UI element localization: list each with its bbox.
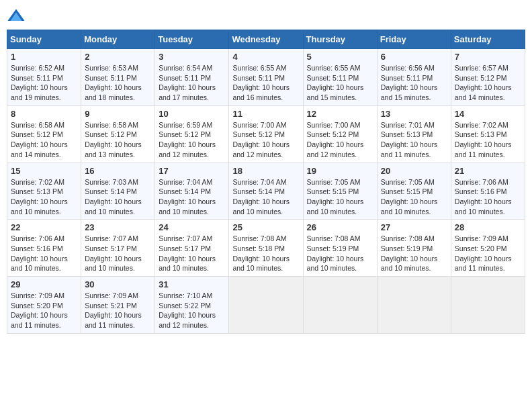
day-number: 15 [11, 166, 77, 176]
day-number: 12 [307, 109, 373, 119]
column-header-friday: Friday [377, 30, 451, 49]
calendar-cell: 29 Sunrise: 7:09 AMSunset: 5:20 PMDaylig… [7, 277, 81, 334]
calendar-cell: 17 Sunrise: 7:04 AMSunset: 5:14 PMDaylig… [155, 163, 229, 220]
day-detail: Sunrise: 7:02 AMSunset: 5:13 PMDaylight:… [455, 121, 512, 158]
logo [7, 7, 28, 26]
day-detail: Sunrise: 7:08 AMSunset: 5:19 PMDaylight:… [307, 234, 364, 272]
calendar-cell: 4 Sunrise: 6:55 AMSunset: 5:11 PMDayligh… [229, 49, 303, 106]
calendar-cell [303, 277, 377, 334]
day-number: 29 [11, 279, 77, 289]
week-row-4: 22 Sunrise: 7:06 AMSunset: 5:16 PMDaylig… [7, 220, 525, 277]
calendar-cell: 23 Sunrise: 7:07 AMSunset: 5:17 PMDaylig… [81, 220, 155, 277]
day-detail: Sunrise: 7:00 AMSunset: 5:12 PMDaylight:… [232, 121, 290, 158]
day-detail: Sunrise: 7:06 AMSunset: 5:16 PMDaylight:… [455, 178, 512, 216]
day-detail: Sunrise: 6:58 AMSunset: 5:12 PMDaylight:… [11, 121, 68, 158]
calendar-cell: 12 Sunrise: 7:00 AMSunset: 5:12 PMDaylig… [303, 105, 377, 163]
column-header-tuesday: Tuesday [155, 30, 229, 49]
day-number: 14 [455, 109, 521, 119]
day-detail: Sunrise: 6:57 AMSunset: 5:12 PMDaylight:… [455, 64, 512, 101]
day-detail: Sunrise: 7:07 AMSunset: 5:17 PMDaylight:… [85, 234, 142, 272]
calendar-cell: 3 Sunrise: 6:54 AMSunset: 5:11 PMDayligh… [155, 49, 229, 106]
day-detail: Sunrise: 6:55 AMSunset: 5:11 PMDaylight:… [232, 64, 290, 101]
day-number: 3 [159, 52, 225, 62]
day-number: 2 [85, 52, 151, 62]
day-number: 9 [85, 109, 151, 119]
day-number: 4 [232, 52, 299, 62]
calendar-cell: 7 Sunrise: 6:57 AMSunset: 5:12 PMDayligh… [451, 49, 525, 106]
calendar-table: SundayMondayTuesdayWednesdayThursdayFrid… [7, 30, 525, 334]
day-detail: Sunrise: 7:04 AMSunset: 5:14 PMDaylight:… [232, 178, 290, 216]
day-number: 19 [307, 166, 373, 176]
calendar-cell: 15 Sunrise: 7:02 AMSunset: 5:13 PMDaylig… [7, 163, 81, 220]
calendar-cell: 28 Sunrise: 7:09 AMSunset: 5:20 PMDaylig… [451, 220, 525, 277]
day-number: 22 [11, 222, 77, 232]
day-detail: Sunrise: 7:08 AMSunset: 5:19 PMDaylight:… [381, 234, 438, 272]
calendar-cell: 16 Sunrise: 7:03 AMSunset: 5:14 PMDaylig… [81, 163, 155, 220]
day-detail: Sunrise: 7:09 AMSunset: 5:20 PMDaylight:… [455, 234, 512, 272]
calendar-cell: 1 Sunrise: 6:52 AMSunset: 5:11 PMDayligh… [7, 49, 81, 106]
week-row-3: 15 Sunrise: 7:02 AMSunset: 5:13 PMDaylig… [7, 163, 525, 220]
calendar-cell: 22 Sunrise: 7:06 AMSunset: 5:16 PMDaylig… [7, 220, 81, 277]
day-detail: Sunrise: 6:52 AMSunset: 5:11 PMDaylight:… [11, 64, 68, 101]
day-number: 1 [11, 52, 77, 62]
page-header [7, 7, 525, 26]
day-number: 13 [381, 109, 447, 119]
calendar-cell: 24 Sunrise: 7:07 AMSunset: 5:17 PMDaylig… [155, 220, 229, 277]
calendar-cell: 8 Sunrise: 6:58 AMSunset: 5:12 PMDayligh… [7, 105, 81, 163]
calendar-cell [377, 277, 451, 334]
week-row-2: 8 Sunrise: 6:58 AMSunset: 5:12 PMDayligh… [7, 105, 525, 163]
calendar-cell: 19 Sunrise: 7:05 AMSunset: 5:15 PMDaylig… [303, 163, 377, 220]
calendar-cell: 30 Sunrise: 7:09 AMSunset: 5:21 PMDaylig… [81, 277, 155, 334]
day-number: 5 [307, 52, 373, 62]
day-number: 11 [232, 109, 299, 119]
day-number: 23 [85, 222, 151, 232]
calendar-cell: 18 Sunrise: 7:04 AMSunset: 5:14 PMDaylig… [229, 163, 303, 220]
day-number: 26 [307, 222, 373, 232]
day-number: 27 [381, 222, 447, 232]
calendar-cell: 6 Sunrise: 6:56 AMSunset: 5:11 PMDayligh… [377, 49, 451, 106]
calendar-cell: 9 Sunrise: 6:58 AMSunset: 5:12 PMDayligh… [81, 105, 155, 163]
week-row-5: 29 Sunrise: 7:09 AMSunset: 5:20 PMDaylig… [7, 277, 525, 334]
day-detail: Sunrise: 7:09 AMSunset: 5:20 PMDaylight:… [11, 291, 68, 329]
day-number: 8 [11, 109, 77, 119]
calendar-cell: 13 Sunrise: 7:01 AMSunset: 5:13 PMDaylig… [377, 105, 451, 163]
day-detail: Sunrise: 7:04 AMSunset: 5:14 PMDaylight:… [159, 178, 216, 216]
calendar-cell: 21 Sunrise: 7:06 AMSunset: 5:16 PMDaylig… [451, 163, 525, 220]
column-header-thursday: Thursday [303, 30, 377, 49]
logo-icon [7, 7, 26, 26]
day-detail: Sunrise: 7:09 AMSunset: 5:21 PMDaylight:… [85, 291, 142, 329]
day-number: 16 [85, 166, 151, 176]
calendar-cell: 11 Sunrise: 7:00 AMSunset: 5:12 PMDaylig… [229, 105, 303, 163]
day-detail: Sunrise: 7:07 AMSunset: 5:17 PMDaylight:… [159, 234, 216, 272]
calendar-cell: 31 Sunrise: 7:10 AMSunset: 5:22 PMDaylig… [155, 277, 229, 334]
column-header-saturday: Saturday [451, 30, 525, 49]
day-detail: Sunrise: 6:59 AMSunset: 5:12 PMDaylight:… [159, 121, 216, 158]
day-number: 7 [455, 52, 521, 62]
calendar-cell: 5 Sunrise: 6:55 AMSunset: 5:11 PMDayligh… [303, 49, 377, 106]
calendar-cell: 14 Sunrise: 7:02 AMSunset: 5:13 PMDaylig… [451, 105, 525, 163]
day-detail: Sunrise: 7:03 AMSunset: 5:14 PMDaylight:… [85, 178, 142, 216]
calendar-cell: 10 Sunrise: 6:59 AMSunset: 5:12 PMDaylig… [155, 105, 229, 163]
day-detail: Sunrise: 6:53 AMSunset: 5:11 PMDaylight:… [85, 64, 142, 101]
column-header-sunday: Sunday [7, 30, 81, 49]
day-detail: Sunrise: 7:05 AMSunset: 5:15 PMDaylight:… [307, 178, 364, 216]
calendar-cell: 25 Sunrise: 7:08 AMSunset: 5:18 PMDaylig… [229, 220, 303, 277]
column-header-monday: Monday [81, 30, 155, 49]
day-number: 25 [232, 222, 299, 232]
day-detail: Sunrise: 7:08 AMSunset: 5:18 PMDaylight:… [232, 234, 290, 272]
day-number: 20 [381, 166, 447, 176]
day-number: 21 [455, 166, 521, 176]
calendar-cell: 27 Sunrise: 7:08 AMSunset: 5:19 PMDaylig… [377, 220, 451, 277]
day-number: 10 [159, 109, 225, 119]
day-detail: Sunrise: 7:02 AMSunset: 5:13 PMDaylight:… [11, 178, 68, 216]
day-detail: Sunrise: 6:54 AMSunset: 5:11 PMDaylight:… [159, 64, 216, 101]
day-detail: Sunrise: 7:05 AMSunset: 5:15 PMDaylight:… [381, 178, 438, 216]
day-detail: Sunrise: 7:01 AMSunset: 5:13 PMDaylight:… [381, 121, 438, 158]
day-detail: Sunrise: 7:10 AMSunset: 5:22 PMDaylight:… [159, 291, 216, 329]
day-number: 28 [455, 222, 521, 232]
day-number: 30 [85, 279, 151, 289]
calendar-cell: 2 Sunrise: 6:53 AMSunset: 5:11 PMDayligh… [81, 49, 155, 106]
day-detail: Sunrise: 6:58 AMSunset: 5:12 PMDaylight:… [85, 121, 142, 158]
day-detail: Sunrise: 7:00 AMSunset: 5:12 PMDaylight:… [307, 121, 364, 158]
column-header-wednesday: Wednesday [229, 30, 303, 49]
